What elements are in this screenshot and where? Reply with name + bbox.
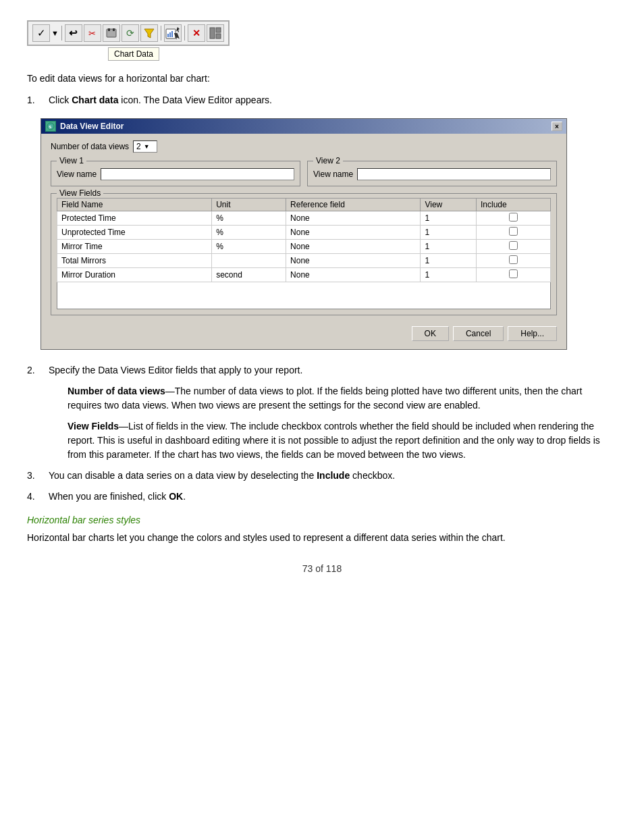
svg-marker-3 — [144, 29, 154, 38]
cell-unit-0: % — [212, 211, 286, 226]
cell-include-3[interactable] — [476, 254, 550, 268]
chart-data-tooltip: Chart Data — [108, 47, 159, 61]
table-row: Mirror DurationsecondNone1 — [57, 268, 551, 282]
desc2-bold: View Fields — [68, 421, 119, 432]
view2-legend: View 2 — [313, 156, 343, 165]
col-reference: Reference field — [286, 199, 421, 211]
help-button[interactable]: Help... — [508, 326, 557, 341]
toolbar-separator-2 — [161, 26, 161, 41]
cell-field-2: Mirror Time — [57, 240, 212, 254]
toolbar-btn-layout[interactable] — [207, 24, 224, 42]
toolbar-separator-3 — [184, 26, 185, 41]
toolbar-box: ✓ ▼ ↩ ✂ ⟳ ✕ — [27, 20, 230, 46]
cancel-button[interactable]: Cancel — [453, 326, 504, 341]
view1-group: View 1 View name — [51, 161, 300, 186]
col-unit: Unit — [212, 199, 286, 211]
step-2-num: 2. — [27, 363, 43, 377]
step-4-bold: OK — [169, 491, 183, 502]
cell-unit-4: second — [212, 268, 286, 282]
col-include: Include — [476, 199, 550, 211]
svg-rect-9 — [216, 28, 221, 32]
table-row: Mirror Time%None1 — [57, 240, 551, 254]
toolbar-btn-refresh[interactable]: ⟳ — [122, 24, 139, 42]
cell-reference-1: None — [286, 226, 421, 240]
include-checkbox-3[interactable] — [509, 255, 518, 264]
col-view: View — [421, 199, 477, 211]
toolbar-btn-filter[interactable] — [140, 24, 158, 42]
fields-empty-area — [57, 282, 551, 309]
cell-reference-2: None — [286, 240, 421, 254]
cell-view-1: 1 — [421, 226, 477, 240]
view1-legend: View 1 — [57, 156, 86, 165]
cell-include-4[interactable] — [476, 268, 550, 282]
toolbar-separator-1 — [61, 26, 62, 41]
fields-table-body: Protected Time%None1Unprotected Time%Non… — [57, 211, 551, 282]
dropdown-arrow-icon: ▼ — [144, 143, 150, 150]
page-number: 73 of 118 — [302, 563, 342, 574]
fields-table: Field Name Unit Reference field View Inc… — [57, 198, 551, 282]
view2-name-row: View name — [313, 168, 551, 180]
svg-rect-1 — [108, 28, 110, 31]
desc-block-2: View Fields—List of fields in the view. … — [68, 419, 617, 462]
table-row: Unprotected Time%None1 — [57, 226, 551, 240]
svg-rect-6 — [169, 32, 171, 37]
cell-include-1[interactable] — [476, 226, 550, 240]
steps-3-4: 3. You can disable a data series on a da… — [27, 469, 617, 504]
view-fields-group: View Fields Field Name Unit Reference fi… — [51, 193, 557, 315]
ok-button[interactable]: OK — [412, 326, 449, 341]
step-2: 2. Specify the Data Views Editor fields … — [27, 363, 617, 377]
view1-name-input[interactable] — [101, 168, 294, 180]
include-checkbox-1[interactable] — [509, 227, 518, 236]
dialog-title: Data View Editor — [60, 122, 124, 131]
step-3: 3. You can disable a data series on a da… — [27, 469, 617, 483]
cell-unit-3 — [212, 254, 286, 268]
dialog-titlebar-left: s Data View Editor — [45, 121, 124, 132]
cell-field-1: Unprotected Time — [57, 226, 212, 240]
cell-include-2[interactable] — [476, 240, 550, 254]
toolbar-btn-log[interactable] — [103, 24, 120, 42]
dialog-close-button[interactable]: × — [552, 122, 562, 131]
step-2-text: Specify the Data Views Editor fields tha… — [49, 363, 302, 377]
num-data-views-value: 2 — [136, 142, 141, 151]
step-4: 4. When you are finished, click OK. — [27, 490, 617, 504]
view1-name-row: View name — [57, 168, 294, 180]
desc1-bold: Number of data views — [68, 386, 165, 396]
svg-rect-2 — [113, 28, 115, 31]
intro-text: To edit data views for a horizontal bar … — [27, 73, 617, 84]
cell-reference-0: None — [286, 211, 421, 226]
desc2-text: List of fields in the view. The include … — [68, 421, 600, 460]
num-data-views-dropdown[interactable]: 2 ▼ — [133, 140, 157, 153]
steps-2-4: 2. Specify the Data Views Editor fields … — [27, 363, 617, 377]
section-link[interactable]: Horizontal bar series styles — [27, 515, 140, 525]
view2-name-input[interactable] — [357, 168, 551, 180]
svg-rect-10 — [216, 34, 221, 38]
view1-name-label: View name — [57, 170, 97, 179]
desc1-emdash: — — [165, 386, 175, 396]
toolbar-btn-undo[interactable]: ✓ — [32, 24, 50, 42]
toolbar-btn-chartdata[interactable] — [164, 24, 182, 42]
toolbar-btn-undo2[interactable]: ↩ — [65, 24, 82, 42]
cell-include-0[interactable] — [476, 211, 550, 226]
include-checkbox-4[interactable] — [509, 269, 518, 278]
cell-view-3: 1 — [421, 254, 477, 268]
cell-view-2: 1 — [421, 240, 477, 254]
step-1: 1. Click Chart data icon. The Data View … — [27, 93, 617, 107]
cell-field-0: Protected Time — [57, 211, 212, 226]
toolbar-btn-cut[interactable]: ✂ — [84, 24, 101, 42]
dialog-titlebar: s Data View Editor × — [41, 119, 566, 134]
cell-field-4: Mirror Duration — [57, 268, 212, 282]
view-fields-legend: View Fields — [57, 188, 103, 198]
desc2-emdash: — — [119, 421, 128, 432]
views-row: View 1 View name View 2 View name — [51, 161, 557, 186]
include-checkbox-2[interactable] — [509, 241, 518, 250]
svg-rect-7 — [171, 31, 173, 37]
toolbar-btn-close[interactable]: ✕ — [188, 24, 205, 42]
cell-unit-2: % — [212, 240, 286, 254]
num-data-views-label: Number of data views — [51, 142, 129, 151]
step-3-bold: Include — [317, 470, 350, 481]
include-checkbox-0[interactable] — [509, 213, 518, 221]
cell-reference-3: None — [286, 254, 421, 268]
cell-view-4: 1 — [421, 268, 477, 282]
step-4-text: When you are finished, click OK. — [49, 490, 186, 504]
cell-unit-1: % — [212, 226, 286, 240]
